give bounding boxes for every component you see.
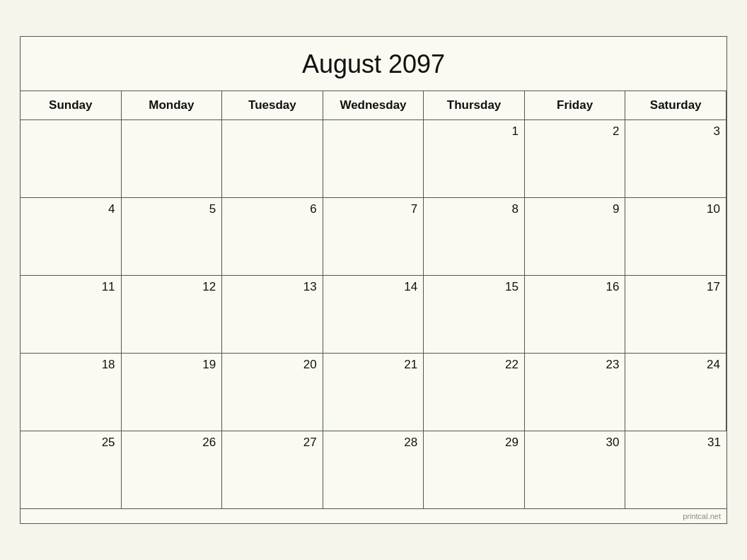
table-row: 28 [323, 431, 424, 509]
table-row: 17 [625, 276, 726, 354]
header-sunday: Sunday [21, 91, 122, 120]
table-row [222, 120, 323, 198]
table-row: 14 [323, 276, 424, 354]
table-row: 18 [21, 354, 122, 431]
table-row: 21 [323, 354, 424, 431]
calendar-title: August 2097 [21, 37, 726, 91]
table-row [323, 120, 424, 198]
header-friday: Friday [525, 91, 626, 120]
calendar-grid: Sunday Monday Tuesday Wednesday Thursday… [21, 91, 726, 509]
table-row: 11 [21, 276, 122, 354]
table-row: 22 [424, 354, 525, 431]
table-row: 30 [525, 431, 626, 509]
table-row: 25 [21, 431, 122, 509]
table-row: 19 [122, 354, 223, 431]
table-row: 26 [122, 431, 223, 509]
header-tuesday: Tuesday [222, 91, 323, 120]
table-row: 6 [222, 198, 323, 276]
table-row: 27 [222, 431, 323, 509]
table-row: 31 [625, 431, 726, 509]
table-row: 5 [122, 198, 223, 276]
table-row: 3 [625, 120, 726, 198]
table-row: 9 [525, 198, 626, 276]
table-row: 20 [222, 354, 323, 431]
table-row: 29 [424, 431, 525, 509]
calendar: August 2097 Sunday Monday Tuesday Wednes… [20, 36, 727, 524]
header-saturday: Saturday [625, 91, 726, 120]
header-monday: Monday [122, 91, 223, 120]
table-row: 15 [424, 276, 525, 354]
table-row: 4 [21, 198, 122, 276]
table-row: 7 [323, 198, 424, 276]
table-row: 23 [525, 354, 626, 431]
table-row: 1 [424, 120, 525, 198]
table-row [21, 120, 122, 198]
watermark: printcal.net [21, 509, 726, 523]
header-wednesday: Wednesday [323, 91, 424, 120]
table-row: 16 [525, 276, 626, 354]
table-row [122, 120, 223, 198]
table-row: 24 [625, 354, 726, 431]
table-row: 10 [625, 198, 726, 276]
table-row: 13 [222, 276, 323, 354]
table-row: 2 [525, 120, 626, 198]
table-row: 8 [424, 198, 525, 276]
table-row: 12 [122, 276, 223, 354]
header-thursday: Thursday [424, 91, 525, 120]
